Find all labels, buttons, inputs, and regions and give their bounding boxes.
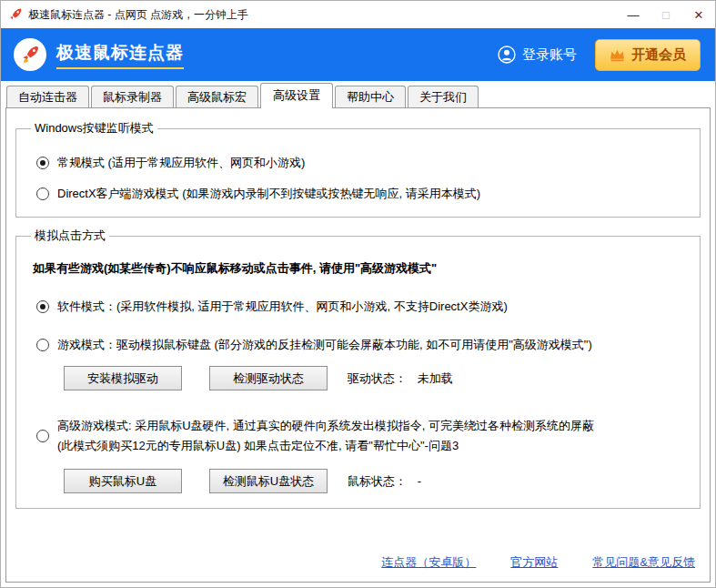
user-icon <box>498 46 516 64</box>
radio-icon <box>36 157 49 169</box>
radio-normal-mode-label: 常规模式 (适用于常规应用软件、网页和小游戏) <box>57 155 305 171</box>
radio-icon <box>36 300 49 313</box>
driver-status-value: 未加载 <box>418 371 453 385</box>
driver-actions-row: 安装模拟驱动 检测驱动状态 驱动状态： 未加载 <box>64 366 687 390</box>
advanced-mode-line2: (此模式须购买12元的专用鼠标U盘) 如果点击定位不准, 请看"帮忙中心"-问题… <box>57 436 594 456</box>
header-actions: 登录账号 开通会员 <box>498 39 701 71</box>
driver-status: 驱动状态： 未加载 <box>348 370 453 387</box>
window-title: 极速鼠标连点器 - 点网页 点游戏，一分钟上手 <box>28 7 248 23</box>
tab-advanced-macro[interactable]: 高级鼠标宏 <box>176 86 258 107</box>
vip-label: 开通会员 <box>631 46 686 64</box>
radio-icon <box>36 188 49 200</box>
close-button[interactable]: ✕ <box>682 1 715 28</box>
brand: 极速鼠标连点器 <box>14 38 184 71</box>
radio-icon <box>36 339 49 351</box>
link-faq-feedback[interactable]: 常见问题&意见反馈 <box>592 554 695 571</box>
mouse-status-label: 鼠标状态： <box>348 474 407 488</box>
mouse-status-value: - <box>418 474 421 488</box>
radio-advanced-game-mode[interactable]: 高级游戏模式: 采用鼠标U盘硬件, 通过真实的硬件向系统发出模拟指令, 可完美绕… <box>36 416 687 456</box>
radio-software-mode-label: 软件模式：(采用软件模拟, 适用于常规应用软件、网页和小游戏, 不支持Direc… <box>57 299 508 315</box>
link-official-site[interactable]: 官方网站 <box>510 554 558 571</box>
group-title-click-method: 模拟点击方式 <box>31 228 109 244</box>
maximize-button[interactable]: □ <box>650 1 682 28</box>
minimize-button[interactable]: — <box>617 1 650 28</box>
titlebar-left: 极速鼠标连点器 - 点网页 点游戏，一分钟上手 <box>8 7 248 23</box>
titlebar: 极速鼠标连点器 - 点网页 点游戏，一分钟上手 — □ ✕ <box>1 1 715 28</box>
radio-directx-mode-label: DirectX客户端游戏模式 (如果游戏内录制不到按键或按热键无响应, 请采用本… <box>57 186 480 202</box>
app-icon <box>8 7 23 22</box>
check-mouse-usb-status-button[interactable]: 检测鼠标U盘状态 <box>209 469 328 493</box>
driver-status-label: 驱动状态： <box>348 371 407 385</box>
tabstrip: 自动连击器 鼠标录制器 高级鼠标宏 高级设置 帮助中心 关于我们 <box>1 81 715 107</box>
rocket-logo-icon <box>14 38 46 71</box>
advanced-mode-line1: 高级游戏模式: 采用鼠标U盘硬件, 通过真实的硬件向系统发出模拟指令, 可完美绕… <box>57 416 594 436</box>
tab-page-advanced-settings: Windows按键监听模式 常规模式 (适用于常规应用软件、网页和小游戏) Di… <box>5 107 711 583</box>
usb-actions-row: 购买鼠标U盘 检测鼠标U盘状态 鼠标状态： - <box>64 469 687 493</box>
radio-normal-mode[interactable]: 常规模式 (适用于常规应用软件、网页和小游戏) <box>36 155 687 171</box>
radio-software-mode[interactable]: 软件模式：(采用软件模拟, 适用于常规应用软件、网页和小游戏, 不支持Direc… <box>36 299 687 315</box>
open-vip-button[interactable]: 开通会员 <box>595 39 701 71</box>
mouse-status: 鼠标状态： - <box>348 473 421 490</box>
group-windows-key-listen-mode: Windows按键监听模式 常规模式 (适用于常规应用软件、网页和小游戏) Di… <box>15 120 701 218</box>
app-header: 极速鼠标连点器 登录账号 <box>1 28 715 81</box>
game-mode-notice: 如果有些游戏(如某些传奇)不响应鼠标移动或点击事件, 请使用"高级游戏模式" <box>33 260 687 277</box>
check-driver-status-button[interactable]: 检测驱动状态 <box>209 366 328 390</box>
tab-advanced-settings[interactable]: 高级设置 <box>260 83 333 108</box>
footer-links: 连点器（安卓版） 官方网站 常见问题&意见反馈 <box>381 554 695 571</box>
radio-game-mode[interactable]: 游戏模式：驱动模拟鼠标键盘 (部分游戏的反挂检测可能会屏蔽本功能, 如不可用请使… <box>36 337 687 353</box>
tab-auto-clicker[interactable]: 自动连击器 <box>6 86 89 107</box>
link-android-clicker[interactable]: 连点器（安卓版） <box>381 554 476 571</box>
radio-directx-mode[interactable]: DirectX客户端游戏模式 (如果游戏内录制不到按键或按热键无响应, 请采用本… <box>36 186 687 202</box>
tab-mouse-recorder[interactable]: 鼠标录制器 <box>91 86 174 107</box>
group-title-listen-mode: Windows按键监听模式 <box>31 120 157 137</box>
buy-mouse-usb-button[interactable]: 购买鼠标U盘 <box>64 469 182 493</box>
install-driver-button[interactable]: 安装模拟驱动 <box>64 366 182 390</box>
window-controls: — □ ✕ <box>617 1 715 28</box>
login-label: 登录账号 <box>522 46 577 64</box>
crown-icon <box>610 48 625 62</box>
login-account-button[interactable]: 登录账号 <box>498 46 577 64</box>
advanced-mode-text: 高级游戏模式: 采用鼠标U盘硬件, 通过真实的硬件向系统发出模拟指令, 可完美绕… <box>57 416 594 456</box>
group-simulated-click-method: 模拟点击方式 如果有些游戏(如某些传奇)不响应鼠标移动或点击事件, 请使用"高级… <box>15 228 701 509</box>
radio-icon <box>36 430 49 442</box>
tab-about-us[interactable]: 关于我们 <box>408 86 479 107</box>
app-window: 极速鼠标连点器 - 点网页 点游戏，一分钟上手 — □ ✕ 极速鼠标连点器 <box>0 0 716 588</box>
radio-game-mode-label: 游戏模式：驱动模拟鼠标键盘 (部分游戏的反挂检测可能会屏蔽本功能, 如不可用请使… <box>57 337 592 353</box>
tab-help-center[interactable]: 帮助中心 <box>335 86 406 107</box>
app-name: 极速鼠标连点器 <box>56 41 184 69</box>
